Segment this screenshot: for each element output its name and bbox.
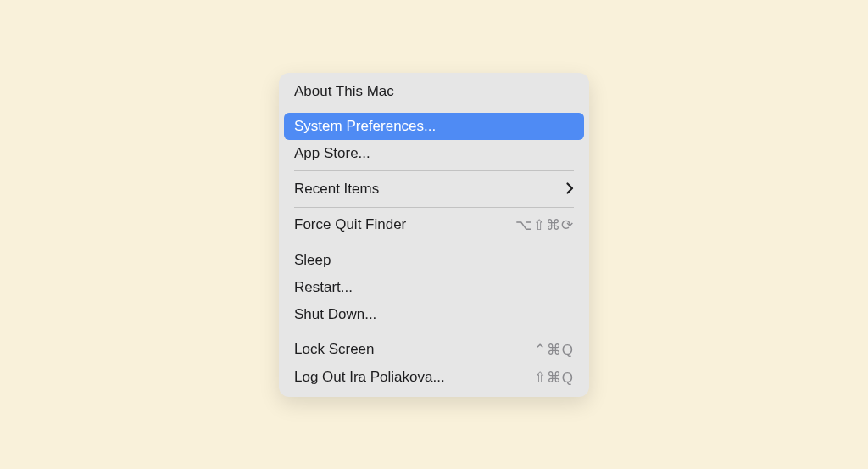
menu-item-label: Restart... — [294, 279, 353, 296]
menu-separator — [294, 170, 574, 171]
chevron-right-icon — [566, 180, 574, 198]
menu-separator — [294, 243, 574, 243]
menu-item-shut-down[interactable]: Shut Down... — [279, 301, 589, 328]
keyboard-shortcut: ⇧⌘Q — [534, 369, 574, 387]
menu-separator — [294, 109, 574, 109]
menu-item-app-store[interactable]: App Store... — [279, 140, 589, 167]
menu-item-log-out[interactable]: Log Out Ira Poliakova... ⇧⌘Q — [279, 364, 589, 392]
submenu-indicator — [566, 180, 574, 198]
menu-item-label: Recent Items — [294, 181, 379, 198]
menu-item-sleep[interactable]: Sleep — [279, 247, 589, 274]
menu-item-label: Log Out Ira Poliakova... — [294, 369, 445, 386]
menu-item-label: About This Mac — [294, 83, 394, 100]
menu-item-label: Lock Screen — [294, 341, 375, 358]
menu-item-label: Force Quit Finder — [294, 216, 406, 233]
keyboard-shortcut: ⌃⌘Q — [534, 341, 574, 359]
menu-item-system-preferences[interactable]: System Preferences... — [284, 113, 584, 140]
menu-item-label: App Store... — [294, 145, 370, 162]
menu-item-label: System Preferences... — [294, 118, 436, 135]
menu-separator — [294, 207, 574, 208]
menu-item-force-quit[interactable]: Force Quit Finder ⌥⇧⌘⟳ — [279, 211, 589, 239]
menu-item-label: Sleep — [294, 252, 331, 269]
menu-item-restart[interactable]: Restart... — [279, 274, 589, 301]
keyboard-shortcut: ⌥⇧⌘⟳ — [515, 216, 574, 234]
apple-menu: About This Mac System Preferences... App… — [279, 73, 589, 397]
menu-item-recent-items[interactable]: Recent Items — [279, 175, 589, 204]
menu-item-label: Shut Down... — [294, 306, 376, 323]
menu-item-lock-screen[interactable]: Lock Screen ⌃⌘Q — [279, 336, 589, 364]
menu-separator — [294, 332, 574, 332]
menu-item-about-this-mac[interactable]: About This Mac — [279, 78, 589, 105]
